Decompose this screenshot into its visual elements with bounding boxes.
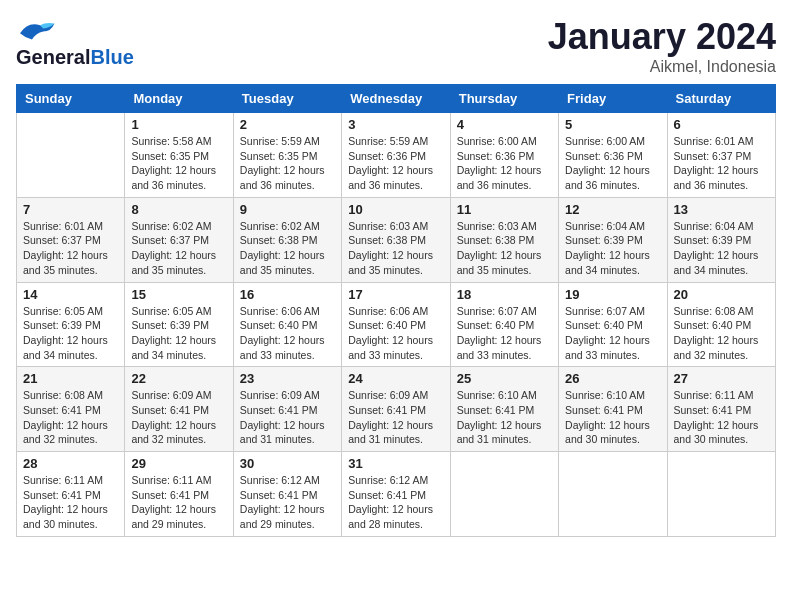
calendar-cell: 5Sunrise: 6:00 AM Sunset: 6:36 PM Daylig… [559,113,667,198]
day-number: 19 [565,287,660,302]
day-info: Sunrise: 6:05 AM Sunset: 6:39 PM Dayligh… [131,304,226,363]
day-info: Sunrise: 6:11 AM Sunset: 6:41 PM Dayligh… [674,388,769,447]
header-friday: Friday [559,85,667,113]
header-thursday: Thursday [450,85,558,113]
calendar-cell: 26Sunrise: 6:10 AM Sunset: 6:41 PM Dayli… [559,367,667,452]
day-number: 31 [348,456,443,471]
header-sunday: Sunday [17,85,125,113]
day-number: 13 [674,202,769,217]
calendar-cell: 18Sunrise: 6:07 AM Sunset: 6:40 PM Dayli… [450,282,558,367]
day-number: 2 [240,117,335,132]
day-info: Sunrise: 6:09 AM Sunset: 6:41 PM Dayligh… [348,388,443,447]
day-info: Sunrise: 5:58 AM Sunset: 6:35 PM Dayligh… [131,134,226,193]
day-info: Sunrise: 6:00 AM Sunset: 6:36 PM Dayligh… [565,134,660,193]
day-info: Sunrise: 6:07 AM Sunset: 6:40 PM Dayligh… [457,304,552,363]
day-info: Sunrise: 6:01 AM Sunset: 6:37 PM Dayligh… [674,134,769,193]
calendar-cell: 4Sunrise: 6:00 AM Sunset: 6:36 PM Daylig… [450,113,558,198]
calendar-cell: 12Sunrise: 6:04 AM Sunset: 6:39 PM Dayli… [559,197,667,282]
day-info: Sunrise: 5:59 AM Sunset: 6:36 PM Dayligh… [348,134,443,193]
day-info: Sunrise: 6:06 AM Sunset: 6:40 PM Dayligh… [240,304,335,363]
day-info: Sunrise: 6:08 AM Sunset: 6:41 PM Dayligh… [23,388,118,447]
day-info: Sunrise: 5:59 AM Sunset: 6:35 PM Dayligh… [240,134,335,193]
calendar-cell: 13Sunrise: 6:04 AM Sunset: 6:39 PM Dayli… [667,197,775,282]
day-number: 1 [131,117,226,132]
calendar-cell: 17Sunrise: 6:06 AM Sunset: 6:40 PM Dayli… [342,282,450,367]
calendar-table: SundayMondayTuesdayWednesdayThursdayFrid… [16,84,776,537]
calendar-cell: 7Sunrise: 6:01 AM Sunset: 6:37 PM Daylig… [17,197,125,282]
day-number: 27 [674,371,769,386]
sub-title: Aikmel, Indonesia [548,58,776,76]
calendar-week-row: 7Sunrise: 6:01 AM Sunset: 6:37 PM Daylig… [17,197,776,282]
calendar-week-row: 28Sunrise: 6:11 AM Sunset: 6:41 PM Dayli… [17,452,776,537]
logo-general: General [16,46,90,69]
day-number: 12 [565,202,660,217]
calendar-cell: 6Sunrise: 6:01 AM Sunset: 6:37 PM Daylig… [667,113,775,198]
day-number: 24 [348,371,443,386]
day-info: Sunrise: 6:04 AM Sunset: 6:39 PM Dayligh… [565,219,660,278]
day-number: 17 [348,287,443,302]
day-number: 15 [131,287,226,302]
calendar-cell: 16Sunrise: 6:06 AM Sunset: 6:40 PM Dayli… [233,282,341,367]
day-info: Sunrise: 6:09 AM Sunset: 6:41 PM Dayligh… [240,388,335,447]
calendar-cell: 20Sunrise: 6:08 AM Sunset: 6:40 PM Dayli… [667,282,775,367]
title-block: January 2024 Aikmel, Indonesia [548,16,776,76]
calendar-cell: 27Sunrise: 6:11 AM Sunset: 6:41 PM Dayli… [667,367,775,452]
calendar-cell: 25Sunrise: 6:10 AM Sunset: 6:41 PM Dayli… [450,367,558,452]
calendar-cell: 19Sunrise: 6:07 AM Sunset: 6:40 PM Dayli… [559,282,667,367]
day-info: Sunrise: 6:08 AM Sunset: 6:40 PM Dayligh… [674,304,769,363]
calendar-cell: 28Sunrise: 6:11 AM Sunset: 6:41 PM Dayli… [17,452,125,537]
day-info: Sunrise: 6:02 AM Sunset: 6:38 PM Dayligh… [240,219,335,278]
day-info: Sunrise: 6:06 AM Sunset: 6:40 PM Dayligh… [348,304,443,363]
day-number: 6 [674,117,769,132]
day-number: 7 [23,202,118,217]
calendar-cell: 9Sunrise: 6:02 AM Sunset: 6:38 PM Daylig… [233,197,341,282]
calendar-cell: 3Sunrise: 5:59 AM Sunset: 6:36 PM Daylig… [342,113,450,198]
page-header: General Blue January 2024 Aikmel, Indone… [16,16,776,76]
calendar-cell: 30Sunrise: 6:12 AM Sunset: 6:41 PM Dayli… [233,452,341,537]
header-monday: Monday [125,85,233,113]
day-info: Sunrise: 6:12 AM Sunset: 6:41 PM Dayligh… [240,473,335,532]
calendar-week-row: 1Sunrise: 5:58 AM Sunset: 6:35 PM Daylig… [17,113,776,198]
day-number: 25 [457,371,552,386]
calendar-cell: 14Sunrise: 6:05 AM Sunset: 6:39 PM Dayli… [17,282,125,367]
calendar-cell: 1Sunrise: 5:58 AM Sunset: 6:35 PM Daylig… [125,113,233,198]
calendar-cell: 21Sunrise: 6:08 AM Sunset: 6:41 PM Dayli… [17,367,125,452]
header-saturday: Saturday [667,85,775,113]
calendar-cell [559,452,667,537]
calendar-cell: 8Sunrise: 6:02 AM Sunset: 6:37 PM Daylig… [125,197,233,282]
day-number: 22 [131,371,226,386]
day-number: 23 [240,371,335,386]
day-number: 16 [240,287,335,302]
day-info: Sunrise: 6:10 AM Sunset: 6:41 PM Dayligh… [565,388,660,447]
header-tuesday: Tuesday [233,85,341,113]
day-number: 18 [457,287,552,302]
day-number: 11 [457,202,552,217]
day-info: Sunrise: 6:03 AM Sunset: 6:38 PM Dayligh… [348,219,443,278]
calendar-cell: 24Sunrise: 6:09 AM Sunset: 6:41 PM Dayli… [342,367,450,452]
day-number: 14 [23,287,118,302]
day-number: 10 [348,202,443,217]
day-number: 30 [240,456,335,471]
day-number: 26 [565,371,660,386]
logo-blue: Blue [90,46,133,69]
day-info: Sunrise: 6:02 AM Sunset: 6:37 PM Dayligh… [131,219,226,278]
calendar-cell: 15Sunrise: 6:05 AM Sunset: 6:39 PM Dayli… [125,282,233,367]
calendar-week-row: 14Sunrise: 6:05 AM Sunset: 6:39 PM Dayli… [17,282,776,367]
day-number: 5 [565,117,660,132]
main-title: January 2024 [548,16,776,58]
day-number: 3 [348,117,443,132]
day-info: Sunrise: 6:03 AM Sunset: 6:38 PM Dayligh… [457,219,552,278]
calendar-header-row: SundayMondayTuesdayWednesdayThursdayFrid… [17,85,776,113]
calendar-cell [667,452,775,537]
day-number: 8 [131,202,226,217]
day-info: Sunrise: 6:04 AM Sunset: 6:39 PM Dayligh… [674,219,769,278]
calendar-cell [17,113,125,198]
logo: General Blue [16,16,134,69]
day-number: 29 [131,456,226,471]
day-info: Sunrise: 6:09 AM Sunset: 6:41 PM Dayligh… [131,388,226,447]
day-number: 9 [240,202,335,217]
calendar-week-row: 21Sunrise: 6:08 AM Sunset: 6:41 PM Dayli… [17,367,776,452]
calendar-cell: 10Sunrise: 6:03 AM Sunset: 6:38 PM Dayli… [342,197,450,282]
day-number: 4 [457,117,552,132]
calendar-cell: 23Sunrise: 6:09 AM Sunset: 6:41 PM Dayli… [233,367,341,452]
